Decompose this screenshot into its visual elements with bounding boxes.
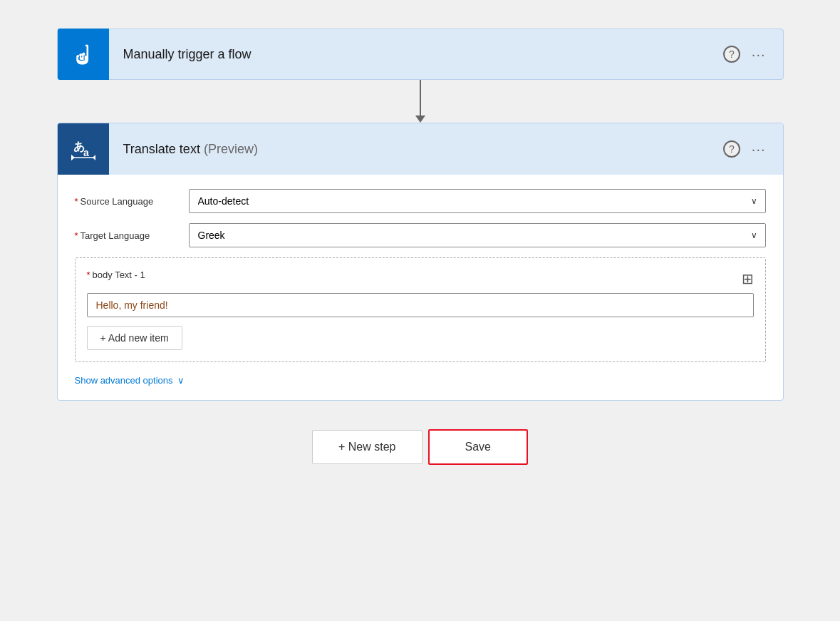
target-required-marker: * bbox=[75, 230, 78, 241]
add-item-label: + Add new item bbox=[100, 332, 169, 344]
grid-icon[interactable]: ⊞ bbox=[742, 270, 754, 287]
target-language-wrapper: Greek ∨ bbox=[189, 223, 766, 247]
target-language-label: *Target Language bbox=[75, 230, 189, 241]
translate-title: Translate text (Preview) bbox=[109, 142, 723, 157]
more-icon: ··· bbox=[752, 46, 766, 63]
body-text-input[interactable] bbox=[87, 293, 754, 317]
flow-canvas: Manually trigger a flow ? ··· あ a bbox=[57, 29, 784, 465]
bottom-actions: + New step Save bbox=[312, 429, 528, 465]
translate-actions: ? ··· bbox=[723, 138, 783, 160]
source-language-wrapper: Auto-detect ∨ bbox=[189, 189, 766, 213]
translate-card-body: *Source Language Auto-detect ∨ *Target L… bbox=[58, 175, 783, 400]
translate-svg-icon: あ a bbox=[69, 135, 98, 163]
trigger-actions: ? ··· bbox=[723, 43, 783, 66]
translate-title-text: Translate text bbox=[123, 142, 200, 156]
show-advanced-button[interactable]: Show advanced options ∨ bbox=[75, 372, 185, 389]
trigger-card: Manually trigger a flow ? ··· bbox=[57, 29, 784, 80]
svg-marker-3 bbox=[71, 155, 74, 160]
trigger-icon bbox=[71, 41, 96, 67]
translate-card-header: あ a Translate text (Preview) ? bbox=[58, 123, 783, 175]
new-step-label: + New step bbox=[338, 441, 395, 453]
save-button[interactable]: Save bbox=[428, 429, 528, 465]
translate-preview-label: (Preview) bbox=[204, 142, 258, 156]
show-advanced-label: Show advanced options bbox=[75, 375, 173, 386]
svg-marker-4 bbox=[93, 155, 95, 160]
translate-icon: あ a bbox=[69, 135, 98, 163]
chevron-down-icon: ∨ bbox=[177, 375, 185, 386]
translate-help-icon: ? bbox=[729, 143, 735, 155]
body-required-marker: * bbox=[87, 270, 90, 280]
trigger-more-button[interactable]: ··· bbox=[749, 43, 769, 66]
add-item-button[interactable]: + Add new item bbox=[87, 326, 182, 350]
trigger-help-button[interactable]: ? bbox=[723, 46, 740, 63]
body-text-label: *body Text - 1 bbox=[87, 270, 145, 280]
connector-line bbox=[420, 80, 421, 116]
body-text-header: *body Text - 1 ⊞ bbox=[87, 270, 754, 287]
target-language-select[interactable]: Greek bbox=[189, 223, 766, 247]
body-text-section: *body Text - 1 ⊞ + Add new item bbox=[75, 257, 766, 362]
connector-arrow bbox=[415, 116, 425, 123]
source-language-label: *Source Language bbox=[75, 196, 189, 207]
source-language-select[interactable]: Auto-detect bbox=[189, 189, 766, 213]
trigger-icon-container bbox=[58, 29, 109, 80]
translate-icon-container: あ a bbox=[58, 123, 109, 175]
trigger-title: Manually trigger a flow bbox=[109, 47, 723, 62]
source-required-marker: * bbox=[75, 196, 78, 207]
translate-card: あ a Translate text (Preview) ? bbox=[57, 123, 784, 401]
new-step-button[interactable]: + New step bbox=[312, 430, 422, 464]
help-icon: ? bbox=[729, 48, 735, 60]
translate-more-icon: ··· bbox=[752, 141, 766, 158]
save-label: Save bbox=[465, 441, 491, 453]
target-language-row: *Target Language Greek ∨ bbox=[75, 223, 766, 247]
flow-connector bbox=[415, 80, 425, 123]
source-language-row: *Source Language Auto-detect ∨ bbox=[75, 189, 766, 213]
svg-text:a: a bbox=[83, 147, 89, 158]
translate-help-button[interactable]: ? bbox=[723, 140, 740, 158]
target-language-control: Greek ∨ bbox=[189, 223, 766, 247]
translate-more-button[interactable]: ··· bbox=[749, 138, 769, 160]
source-language-control: Auto-detect ∨ bbox=[189, 189, 766, 213]
